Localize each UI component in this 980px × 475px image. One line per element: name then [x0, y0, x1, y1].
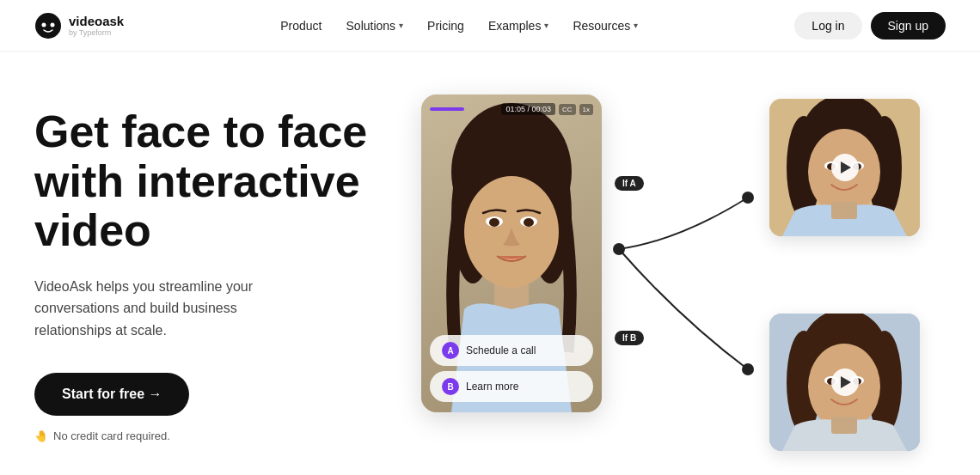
logo-icon: [34, 12, 62, 40]
nav-item-product[interactable]: Product: [272, 14, 330, 38]
logo-text: videoask by Typeform: [69, 14, 124, 37]
choice-b-dot: B: [442, 378, 459, 395]
svg-point-1: [42, 22, 46, 27]
cta-button[interactable]: Start for free →: [34, 373, 189, 416]
branch-lines: [602, 129, 774, 421]
thumbnail-video-b[interactable]: [769, 314, 920, 451]
play-icon-a: [841, 161, 851, 174]
hand-emoji: 🤚: [34, 429, 48, 442]
video-topbar: 01:05 / 00:03 CC 1x: [430, 103, 593, 115]
speed-badge: 1x: [579, 104, 593, 115]
cc-badge: CC: [559, 104, 576, 115]
svg-rect-24: [831, 202, 857, 219]
chevron-down-icon: ▾: [634, 21, 638, 30]
logo[interactable]: videoask by Typeform: [34, 12, 124, 40]
svg-point-11: [524, 218, 534, 227]
video-purple-bar: [430, 107, 464, 111]
signup-button[interactable]: Sign up: [871, 12, 946, 40]
svg-point-0: [35, 13, 61, 39]
choice-a-dot: A: [442, 342, 459, 359]
hero-section: Get face to face with interactive video …: [0, 52, 980, 475]
svg-point-13: [742, 192, 754, 204]
hero-right: 01:05 / 00:03 CC 1x A Schedule a call B …: [395, 86, 946, 464]
svg-point-2: [51, 22, 55, 27]
nav-item-resources[interactable]: Resources ▾: [564, 14, 646, 38]
navbar: videoask by Typeform Product Solutions ▾…: [0, 0, 980, 52]
svg-point-14: [742, 363, 754, 375]
chevron-down-icon: ▾: [399, 21, 403, 30]
hero-description: VideoAsk helps you streamline your conve…: [34, 276, 309, 342]
play-button-a[interactable]: [831, 154, 859, 181]
video-choices: A Schedule a call B Learn more: [430, 335, 593, 402]
branch-label-a: If A: [615, 176, 644, 191]
login-button[interactable]: Log in: [794, 12, 861, 40]
choice-a[interactable]: A Schedule a call: [430, 335, 593, 366]
play-button-b[interactable]: [831, 368, 859, 396]
thumbnail-video-a[interactable]: [769, 99, 920, 236]
hero-title: Get face to face with interactive video: [34, 107, 378, 255]
choice-b-label: Learn more: [466, 381, 518, 393]
choice-b[interactable]: B Learn more: [430, 371, 593, 402]
no-credit-card-text: 🤚 No credit card required.: [34, 429, 378, 442]
nav-item-examples[interactable]: Examples ▾: [480, 14, 557, 38]
hero-left: Get face to face with interactive video …: [34, 107, 395, 442]
svg-rect-34: [831, 417, 857, 434]
video-time: 01:05 / 00:03: [501, 103, 555, 115]
chevron-down-icon: ▾: [544, 21, 548, 30]
svg-point-10: [489, 218, 499, 227]
nav-item-solutions[interactable]: Solutions ▾: [338, 14, 413, 38]
choice-a-label: Schedule a call: [466, 344, 536, 356]
nav-item-pricing[interactable]: Pricing: [419, 14, 473, 38]
main-video-card: 01:05 / 00:03 CC 1x A Schedule a call B …: [421, 94, 602, 412]
play-icon-b: [841, 376, 851, 388]
branch-label-b: If B: [615, 331, 644, 345]
nav-links: Product Solutions ▾ Pricing Examples ▾ R…: [272, 14, 646, 38]
nav-actions: Log in Sign up: [794, 12, 946, 40]
